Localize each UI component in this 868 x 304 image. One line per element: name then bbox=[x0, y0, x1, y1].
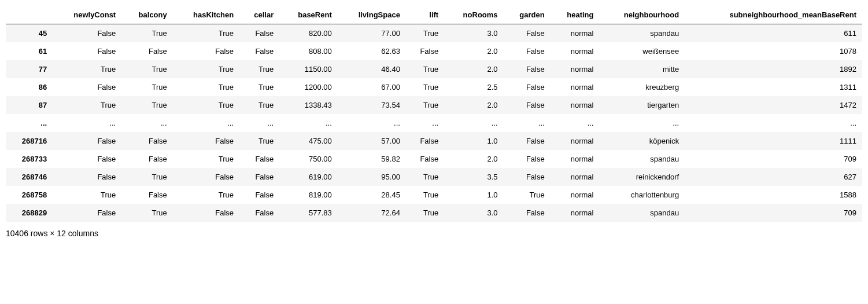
table-cell: True bbox=[406, 60, 444, 78]
table-cell: False bbox=[239, 24, 279, 43]
table-cell: 28.45 bbox=[338, 186, 406, 204]
table-cell: False bbox=[173, 132, 239, 150]
table-cell: True bbox=[406, 204, 444, 222]
table-cell: False bbox=[406, 42, 444, 60]
row-index: 268733 bbox=[6, 150, 53, 168]
table-row: 86FalseTrueTrueTrue1200.0067.00True2.5Fa… bbox=[6, 78, 862, 96]
table-row: 61FalseFalseFalseFalse808.0062.63False2.… bbox=[6, 42, 862, 60]
table-cell: True bbox=[53, 96, 121, 114]
table-cell: 1.0 bbox=[444, 186, 503, 204]
table-shape-footer: 10406 rows × 12 columns bbox=[6, 229, 862, 238]
row-index: 61 bbox=[6, 42, 53, 60]
table-cell: normal bbox=[551, 24, 600, 43]
table-cell: ... bbox=[406, 114, 444, 132]
table-cell: False bbox=[121, 42, 173, 60]
table-cell: 62.63 bbox=[338, 42, 406, 60]
row-index: 268716 bbox=[6, 132, 53, 150]
table-cell: 1588 bbox=[685, 186, 862, 204]
table-row: 268758TrueFalseTrueFalse819.0028.45True1… bbox=[6, 186, 862, 204]
table-cell: 3.0 bbox=[444, 24, 503, 43]
table-cell: 475.00 bbox=[279, 132, 338, 150]
column-header: heating bbox=[551, 6, 600, 24]
table-cell: True bbox=[239, 132, 279, 150]
column-header: lift bbox=[406, 6, 444, 24]
table-cell: normal bbox=[551, 168, 600, 186]
table-header: newlyConstbalconyhasKitchencellarbaseRen… bbox=[6, 6, 862, 24]
table-cell: False bbox=[53, 132, 121, 150]
table-cell: 72.64 bbox=[338, 204, 406, 222]
table-cell: True bbox=[239, 96, 279, 114]
table-cell: ... bbox=[279, 114, 338, 132]
table-cell: False bbox=[239, 186, 279, 204]
table-cell: True bbox=[173, 24, 239, 43]
row-index: 77 bbox=[6, 60, 53, 78]
table-cell: weißensee bbox=[599, 42, 685, 60]
table-cell: True bbox=[121, 96, 173, 114]
table-row: 268829FalseTrueFalseFalse577.8372.64True… bbox=[6, 204, 862, 222]
table-cell: 73.54 bbox=[338, 96, 406, 114]
table-cell: True bbox=[121, 204, 173, 222]
table-cell: 1311 bbox=[685, 78, 862, 96]
table-cell: 611 bbox=[685, 24, 862, 43]
table-cell: köpenick bbox=[599, 132, 685, 150]
table-cell: 808.00 bbox=[279, 42, 338, 60]
row-index: 45 bbox=[6, 24, 53, 43]
table-cell: False bbox=[173, 168, 239, 186]
table-cell: True bbox=[173, 186, 239, 204]
table-row: 87TrueTrueTrueTrue1338.4373.54True2.0Fal… bbox=[6, 96, 862, 114]
table-cell: 59.82 bbox=[338, 150, 406, 168]
table-cell: True bbox=[173, 60, 239, 78]
table-cell: True bbox=[406, 168, 444, 186]
row-index: ... bbox=[6, 114, 53, 132]
table-cell: False bbox=[121, 186, 173, 204]
column-header: subneighbourhood_meanBaseRent bbox=[685, 6, 862, 24]
column-header: garden bbox=[504, 6, 551, 24]
column-header: neighbourhood bbox=[599, 6, 685, 24]
table-cell: 1111 bbox=[685, 132, 862, 150]
table-cell: True bbox=[239, 78, 279, 96]
table-cell: 2.5 bbox=[444, 78, 503, 96]
table-cell: True bbox=[53, 186, 121, 204]
table-cell: True bbox=[406, 186, 444, 204]
table-cell: spandau bbox=[599, 24, 685, 43]
table-cell: False bbox=[504, 204, 551, 222]
table-cell: 57.00 bbox=[338, 132, 406, 150]
table-cell: True bbox=[239, 60, 279, 78]
index-header bbox=[6, 6, 53, 24]
table-cell: False bbox=[121, 150, 173, 168]
table-cell: False bbox=[504, 132, 551, 150]
column-header: noRooms bbox=[444, 6, 503, 24]
table-cell: normal bbox=[551, 96, 600, 114]
table-cell: 820.00 bbox=[279, 24, 338, 43]
table-cell: True bbox=[121, 24, 173, 43]
dataframe-table: newlyConstbalconyhasKitchencellarbaseRen… bbox=[6, 6, 862, 222]
column-header: hasKitchen bbox=[173, 6, 239, 24]
table-row: ....................................... bbox=[6, 114, 862, 132]
table-cell: True bbox=[173, 150, 239, 168]
table-cell: 95.00 bbox=[338, 168, 406, 186]
table-cell: 1.0 bbox=[444, 132, 503, 150]
table-cell: True bbox=[173, 78, 239, 96]
table-cell: ... bbox=[239, 114, 279, 132]
table-cell: False bbox=[239, 204, 279, 222]
table-cell: True bbox=[53, 60, 121, 78]
table-cell: ... bbox=[121, 114, 173, 132]
table-cell: False bbox=[406, 132, 444, 150]
table-cell: ... bbox=[444, 114, 503, 132]
table-cell: 2.0 bbox=[444, 60, 503, 78]
column-header: cellar bbox=[239, 6, 279, 24]
table-cell: True bbox=[406, 96, 444, 114]
table-cell: tiergarten bbox=[599, 96, 685, 114]
table-cell: 2.0 bbox=[444, 42, 503, 60]
table-cell: normal bbox=[551, 150, 600, 168]
table-row: 268733FalseFalseTrueFalse750.0059.82Fals… bbox=[6, 150, 862, 168]
table-cell: mitte bbox=[599, 60, 685, 78]
table-cell: reinickendorf bbox=[599, 168, 685, 186]
table-cell: 619.00 bbox=[279, 168, 338, 186]
table-cell: ... bbox=[173, 114, 239, 132]
table-cell: ... bbox=[53, 114, 121, 132]
table-cell: True bbox=[504, 186, 551, 204]
table-cell: 709 bbox=[685, 204, 862, 222]
column-header: baseRent bbox=[279, 6, 338, 24]
table-cell: False bbox=[53, 204, 121, 222]
